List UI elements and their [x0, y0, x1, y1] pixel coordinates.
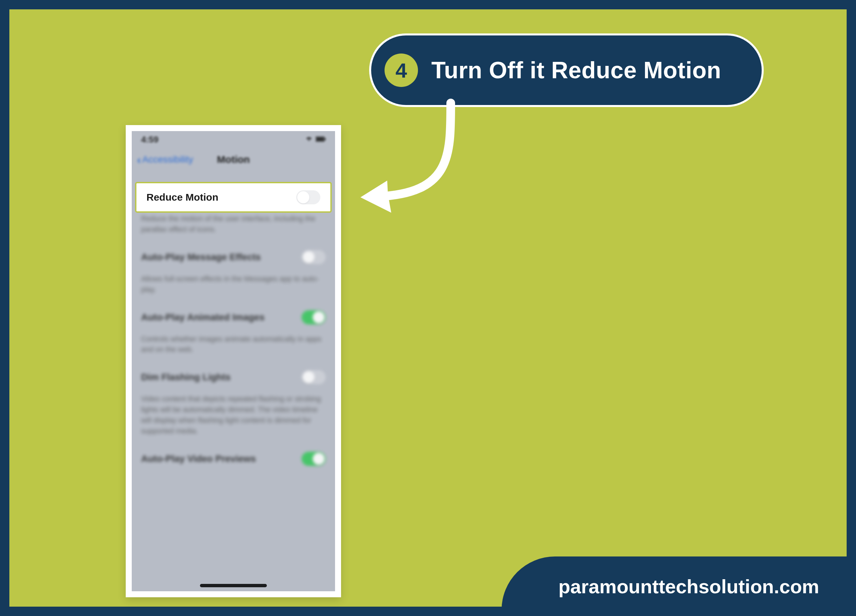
svg-rect-2: [325, 138, 326, 140]
setting-label: Dim Flashing Lights: [141, 372, 231, 383]
toggle-autoplay-message-effects[interactable]: [302, 250, 326, 264]
setting-label: Reduce Motion: [146, 192, 219, 203]
home-indicator[interactable]: [200, 584, 267, 587]
toggle-autoplay-animated-images[interactable]: [302, 310, 326, 324]
brand-footer: paramounttechsolution.com: [502, 556, 856, 616]
settings-list: Reduce the motion of the user interface,…: [132, 171, 335, 473]
setting-label: Auto-Play Video Previews: [141, 453, 256, 464]
setting-row-reduce-motion[interactable]: Reduce Motion: [135, 182, 332, 213]
status-bar: 4:59: [132, 131, 335, 148]
setting-desc-2: Controls whether images animate automati…: [132, 332, 335, 363]
wifi-icon: [305, 135, 313, 144]
brand-url: paramounttechsolution.com: [559, 575, 819, 598]
setting-desc-0: Reduce the motion of the user interface,…: [132, 211, 335, 243]
toggle-autoplay-video-previews[interactable]: [302, 452, 326, 466]
setting-row-autoplay-animated-images[interactable]: Auto-Play Animated Images: [132, 303, 335, 332]
step-number-badge: 4: [385, 54, 418, 87]
setting-label: Auto-Play Message Effects: [141, 252, 261, 263]
status-icons: [305, 135, 326, 144]
tutorial-slide: 4:59 ‹ Accessibility: [0, 0, 856, 616]
setting-row-autoplay-message-effects[interactable]: Auto-Play Message Effects: [132, 243, 335, 271]
svg-rect-1: [316, 137, 324, 141]
setting-desc-3: Video content that depicts repeated flas…: [132, 391, 335, 444]
step-number: 4: [396, 59, 407, 82]
nav-bar: ‹ Accessibility Motion: [132, 148, 335, 171]
toggle-dim-flashing-lights[interactable]: [302, 370, 326, 384]
phone-screen: 4:59 ‹ Accessibility: [132, 131, 335, 591]
phone-frame: 4:59 ‹ Accessibility: [126, 125, 341, 597]
status-time: 4:59: [141, 134, 159, 145]
toggle-reduce-motion[interactable]: [296, 190, 320, 204]
step-callout: 4 Turn Off it Reduce Motion: [369, 34, 764, 107]
battery-icon: [316, 135, 326, 144]
setting-desc-1: Allows full-screen effects in the Messag…: [132, 271, 335, 303]
setting-row-dim-flashing-lights[interactable]: Dim Flashing Lights: [132, 363, 335, 391]
setting-row-autoplay-video-previews[interactable]: Auto-Play Video Previews: [132, 444, 335, 473]
setting-label: Auto-Play Animated Images: [141, 312, 265, 323]
nav-title: Motion: [132, 154, 335, 165]
pointer-arrow: [350, 96, 491, 237]
callout-title: Turn Off it Reduce Motion: [431, 57, 721, 83]
